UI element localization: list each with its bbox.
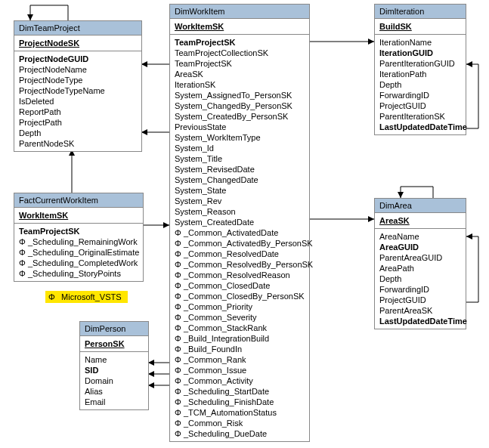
field-row: IterationName (379, 37, 461, 48)
svg-marker-7 (141, 61, 147, 67)
field-row: Φ_Common_Severity (175, 312, 305, 323)
entity-title: DimTeamProject (14, 21, 141, 36)
field-label: _TCM_AutomationStatus (184, 408, 277, 417)
field-label: _Scheduling_RemainingWork (28, 237, 138, 246)
legend-microsoft-vsts: Φ Microsoft_VSTS (45, 291, 128, 303)
field-row: ProjectGUID (379, 295, 461, 305)
field-label: _Build_IntegrationBuild (184, 334, 269, 343)
prefix-icon: Φ (175, 333, 184, 344)
field-label: Depth (379, 80, 401, 89)
field-row: IterationGUID (379, 48, 461, 58)
entity-dim-work-item: DimWorkItem WorkItemSK TeamProjectSKTeam… (169, 4, 310, 442)
entity-dim-iteration: DimIteration BuildSK IterationNameIterat… (374, 4, 466, 135)
field-row: System_RevisedDate (175, 164, 305, 175)
field-row: Φ_Common_Priority (175, 301, 305, 312)
prefix-icon: Φ (175, 312, 184, 323)
legend-prefix: Φ (48, 292, 59, 301)
svg-marker-13 (368, 39, 374, 45)
field-row: ForwardingID (379, 90, 461, 100)
field-label: System_WorkItemType (175, 133, 261, 142)
field-row: Φ_Build_IntegrationBuild (175, 333, 305, 344)
field-row: ParentAreaGUID (379, 252, 461, 263)
prefix-icon: Φ (175, 323, 184, 333)
field-row: AreaGUID (379, 242, 461, 252)
field-label: ProjectGUID (379, 101, 426, 110)
field-row: System_Title (175, 153, 305, 164)
field-label: _Common_ClosedDate (184, 281, 270, 290)
field-label: _Common_Issue (184, 366, 246, 375)
field-row: Φ_Common_ResolvedDate (175, 249, 305, 259)
field-row: Φ_Common_Risk (175, 418, 305, 428)
field-row: ProjectGUID (379, 100, 461, 111)
field-row: Φ_Common_ActivatedDate (175, 227, 305, 238)
field-row: Depth (379, 273, 461, 284)
field-row: Φ_Common_ClosedBy_PersonSK (175, 291, 305, 301)
field-label: _Common_ResolvedReason (184, 270, 290, 280)
field-label: System_RevisedDate (175, 165, 255, 174)
field-label: System_AssignedTo_PersonSK (175, 91, 292, 100)
field-label: _Common_ClosedBy_PersonSK (184, 292, 305, 301)
entity-fields: TeamProjectSKΦ_Scheduling_RemainingWorkΦ… (14, 224, 143, 281)
svg-marker-17 (148, 360, 154, 366)
field-label: ProjectNodeName (19, 65, 87, 74)
field-label: Name (85, 355, 107, 364)
svg-marker-19 (148, 371, 154, 377)
field-row: AreaSK (175, 69, 305, 79)
entity-dim-person: DimPerson PersonSK NameSIDDomainAliasEma… (79, 321, 149, 410)
field-row: ProjectPath (19, 117, 137, 128)
field-row: IterationSK (175, 79, 305, 90)
svg-marker-2 (398, 192, 404, 198)
field-label: _Scheduling_DueDate (184, 429, 267, 438)
field-label: _Common_Risk (184, 419, 243, 428)
field-row: Φ_Common_Issue (175, 365, 305, 375)
svg-marker-11 (163, 222, 169, 228)
field-row: TeamProjectSK (19, 226, 138, 236)
field-row: TeamProjectCollectionSK (175, 48, 305, 58)
field-row: System_Rev (175, 196, 305, 206)
prefix-icon: Φ (175, 238, 184, 249)
field-label: _Scheduling_CompletedWork (28, 258, 138, 267)
field-label: ParentNodeSK (19, 139, 74, 148)
field-label: System_CreatedDate (175, 218, 254, 227)
svg-marker-0 (27, 14, 33, 20)
field-row: System_Id (175, 143, 305, 153)
field-row: LastUpdatedDateTime (379, 316, 461, 326)
entity-fields: TeamProjectSKTeamProjectCollectionSKTeam… (170, 35, 309, 441)
field-label: IterationName (379, 38, 432, 47)
field-label: System_Reason (175, 207, 236, 216)
field-label: System_Id (175, 144, 214, 153)
field-label: System_CreatedBy_PersonSK (175, 112, 288, 121)
field-row: LastUpdatedDateTime (379, 122, 461, 132)
field-row: System_ChangedDate (175, 175, 305, 185)
field-label: ProjectGUID (379, 295, 426, 304)
prefix-icon: Φ (175, 280, 184, 291)
field-row: Φ_Common_ClosedDate (175, 280, 305, 291)
prefix-icon: Φ (19, 258, 28, 268)
field-label: SID (85, 366, 98, 375)
field-label: LastUpdatedDateTime (379, 317, 467, 326)
prefix-icon: Φ (175, 418, 184, 428)
field-label: ProjectNodeGUID (19, 54, 88, 63)
field-row: Alias (85, 386, 144, 397)
field-label: ProjectNodeTypeName (19, 86, 105, 95)
field-row: Φ_Scheduling_DueDate (175, 428, 305, 439)
field-row: TeamProjectSK (175, 58, 305, 69)
field-row: Φ_Common_Rank (175, 354, 305, 365)
field-label: System_State (175, 186, 226, 195)
field-row: Φ_Scheduling_FinishDate (175, 397, 305, 407)
prefix-icon: Φ (19, 247, 28, 258)
field-row: Φ_TCM_AutomationStatus (175, 407, 305, 418)
entity-dim-area: DimArea AreaSK AreaNameAreaGUIDParentAre… (374, 198, 466, 329)
prefix-icon: Φ (175, 270, 184, 280)
field-label: ParentAreaGUID (379, 253, 442, 262)
field-row: ProjectNodeType (19, 75, 137, 85)
field-row: System_AssignedTo_PersonSK (175, 90, 305, 100)
field-label: _Common_ActivatedDate (184, 228, 278, 237)
field-row: IsDeleted (19, 96, 137, 107)
entity-title: DimPerson (80, 322, 148, 336)
field-row: ParentNodeSK (19, 138, 137, 149)
field-label: _Scheduling_StoryPoints (28, 269, 121, 278)
svg-marker-21 (148, 382, 154, 388)
entity-fields: ProjectNodeGUIDProjectNodeNameProjectNod… (14, 51, 141, 151)
field-row: System_ChangedBy_PersonSK (175, 100, 305, 111)
